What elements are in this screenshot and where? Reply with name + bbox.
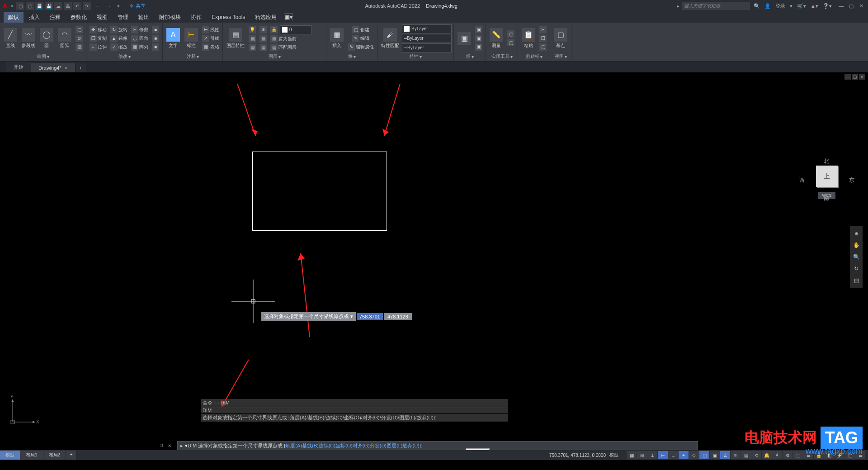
back-icon[interactable]: ← <box>94 2 104 10</box>
viewcube-south[interactable]: 南 <box>824 195 829 202</box>
ltype-combo[interactable]: ─ ByLayer <box>402 43 452 52</box>
cmd-opt-u[interactable]: 放弃(U) <box>402 442 419 449</box>
user-icon[interactable]: 👤 <box>764 3 771 9</box>
draw-misc2[interactable]: ⊙ <box>74 34 84 43</box>
polyline-button[interactable]: 〰多段线 <box>20 27 37 50</box>
mirror-button[interactable]: ▲镜像 <box>109 34 129 43</box>
doctab-start[interactable]: 开始 <box>6 62 31 72</box>
dynamic-x-value[interactable]: 758.3701 <box>357 313 383 320</box>
sb-otrack-icon[interactable]: ∠ <box>720 451 730 459</box>
cmd-opt-a[interactable]: 角度(A) <box>285 442 302 449</box>
sb-snap-icon[interactable]: ⊞ <box>637 451 647 459</box>
leader-button[interactable]: ↗引线 <box>201 34 221 43</box>
viewcube[interactable]: 北 西 东 上 南 WCS <box>802 161 852 220</box>
qat-plot-icon[interactable]: 🖶 <box>64 2 72 10</box>
sb-cycle-icon[interactable]: ⟲ <box>751 451 761 459</box>
modify-misc1[interactable]: ■ <box>151 26 160 34</box>
clip-b3[interactable]: ▢ <box>538 43 548 51</box>
modify-misc3[interactable]: ■ <box>151 43 160 51</box>
doctab-current[interactable]: Drawing4*✕ <box>31 63 75 72</box>
sb-lwt-icon[interactable]: ≡ <box>731 451 741 459</box>
edit-attrs[interactable]: ✎编辑属性 <box>346 43 375 51</box>
doctab-close-icon[interactable]: ✕ <box>64 66 68 71</box>
login-dropdown-icon[interactable]: ▾ <box>790 3 793 9</box>
draw-misc1[interactable]: ▢ <box>74 26 84 34</box>
circle-button[interactable]: ◯圆 <box>38 27 55 50</box>
tab-collaborate[interactable]: 协作 <box>186 12 206 23</box>
rotate-button[interactable]: ↻旋转 <box>109 26 129 34</box>
layer-toggle1[interactable]: 💡 <box>247 25 257 34</box>
tab-annotate[interactable]: 注释 <box>45 12 65 23</box>
qat-dropdown-icon[interactable]: ▾ <box>113 2 123 10</box>
cmd-grip-icon[interactable]: ⠿ <box>158 442 165 449</box>
lweight-combo[interactable]: ━ ByLayer <box>402 34 452 43</box>
tab-addins[interactable]: 附加模块 <box>155 12 185 23</box>
sb-lock-icon[interactable]: 🔒 <box>814 451 824 459</box>
sb-dyn-icon[interactable]: ⊢ <box>658 451 668 459</box>
qat-redo-icon[interactable]: ↷ <box>83 2 91 10</box>
viewcube-top[interactable]: 上 <box>816 166 838 187</box>
layer-btn3[interactable]: ▤ <box>247 43 257 52</box>
view-close-icon[interactable]: ✕ <box>859 74 865 80</box>
nav-orbit-icon[interactable]: ↻ <box>851 263 862 274</box>
tab-view[interactable]: 视图 <box>92 12 112 23</box>
cmd-opt-c[interactable]: 连续(C) <box>319 442 335 449</box>
layer-setcur[interactable]: ▤置为当前 <box>269 35 298 43</box>
base-button[interactable]: ▢基点 <box>552 27 569 50</box>
cmd-opt-l[interactable]: 图层(L) <box>387 442 402 449</box>
cmd-opt-g[interactable]: 对齐(G) <box>353 442 370 449</box>
app-menu-dropdown[interactable]: ▾ <box>11 3 14 9</box>
qat-open-icon[interactable]: ▢ <box>26 2 34 10</box>
sb-annoscale-icon[interactable]: Ａ <box>772 451 782 459</box>
share-button[interactable]: ✈ 共享 <box>130 3 146 9</box>
status-model-label[interactable]: 模型 <box>609 452 618 458</box>
group-b2[interactable]: ▣ <box>474 34 484 43</box>
line-button[interactable]: ╱直线 <box>2 27 19 50</box>
trim-button[interactable]: ✂修剪 <box>130 26 150 34</box>
qat-new-icon[interactable]: ▢ <box>16 2 24 10</box>
sb-infer-icon[interactable]: ⊥ <box>647 451 657 459</box>
viewcube-west[interactable]: 西 <box>799 176 805 184</box>
view-minimize-icon[interactable]: — <box>844 74 851 80</box>
layer-toggle3[interactable]: 🔒 <box>269 25 279 34</box>
paste-button[interactable]: 📋粘贴 <box>520 27 537 50</box>
insert-button[interactable]: ▦插入 <box>328 27 345 50</box>
cmd-close-icon[interactable]: ✕ <box>166 442 173 449</box>
doctab-add[interactable]: + <box>75 63 86 72</box>
sb-3dosnap-icon[interactable]: ▣ <box>710 451 720 459</box>
sb-clean-icon[interactable]: ▢ <box>845 451 855 459</box>
layer-btn4[interactable]: ▤ <box>258 43 268 52</box>
color-combo[interactable]: ByLayer <box>402 24 452 33</box>
layer-combo[interactable]: 0 <box>280 25 311 34</box>
forward-icon[interactable]: → <box>104 2 113 10</box>
cart-icon[interactable]: 🛒▾ <box>797 3 806 9</box>
info-icon[interactable]: ▸ <box>677 3 679 9</box>
viewcube-east[interactable]: 东 <box>849 176 854 184</box>
layer-btn1[interactable]: ▤ <box>247 35 257 43</box>
copy-button[interactable]: ❐复制 <box>88 34 108 43</box>
view-restore-icon[interactable]: ▢ <box>852 74 858 80</box>
create-block[interactable]: ▢创建 <box>346 26 375 34</box>
qat-undo-icon[interactable]: ↶ <box>73 2 81 10</box>
nav-pan-icon[interactable]: ✋ <box>851 240 862 251</box>
nav-zoom-icon[interactable]: 🔍 <box>851 252 862 262</box>
layerprops-button[interactable]: ▤图层特性 <box>225 27 246 50</box>
util-b1[interactable]: ▢ <box>506 30 516 38</box>
arc-button[interactable]: ◠圆弧 <box>56 27 73 50</box>
tab-output[interactable]: 输出 <box>134 12 154 23</box>
tab-parametric[interactable]: 参数化 <box>66 12 91 23</box>
edit-block[interactable]: ✎编辑 <box>346 34 375 43</box>
draw-misc3[interactable]: ▨ <box>74 43 84 51</box>
sb-qp-icon[interactable]: ☰ <box>803 451 813 459</box>
text-button[interactable]: A文字 <box>165 27 182 50</box>
layout-tab-model[interactable]: 模型 <box>0 451 20 460</box>
util-b2[interactable]: ▢ <box>506 38 516 47</box>
minimize-icon[interactable]: — <box>837 3 845 9</box>
sb-ortho-icon[interactable]: ∟ <box>668 451 678 459</box>
clip-b2[interactable]: ❐ <box>538 34 548 43</box>
sb-transp-icon[interactable]: ▤ <box>741 451 751 459</box>
sb-grid-icon[interactable]: ▦ <box>627 451 637 459</box>
sb-polar-icon[interactable]: ✦ <box>679 451 689 459</box>
maximize-icon[interactable]: ▢ <box>847 3 855 9</box>
close-icon[interactable]: ✕ <box>857 3 865 9</box>
